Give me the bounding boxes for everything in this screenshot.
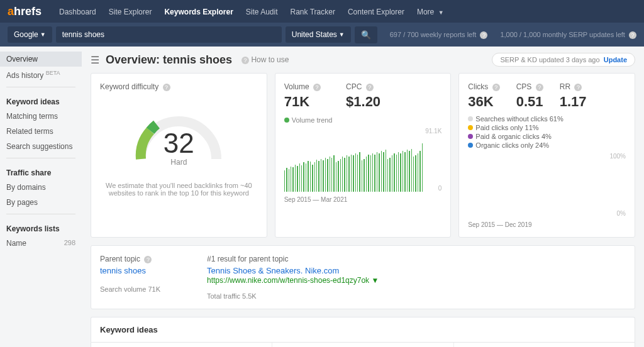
keyword-ideas-body: Terms match ?tennis shoes71Knike tennis … <box>91 342 635 347</box>
sidebar-item[interactable]: Overview <box>0 52 82 67</box>
clicks-chart: 100% 0% Sep 2015 — Dec 2019 <box>468 153 626 228</box>
cpc-value: $1.20 <box>346 94 380 110</box>
ideas-column: Also rank for ?tennis shoes71Knike tenni… <box>454 343 635 347</box>
sidebar-item[interactable]: Name298 <box>0 236 82 251</box>
country-select[interactable]: United States▼ <box>286 26 351 43</box>
ideas-column: Questions ?how to wash tennis shoes3.5Kh… <box>272 343 453 347</box>
parent-result-url-link[interactable]: https://www.nike.com/w/tennis-shoes-ed1q… <box>207 276 379 285</box>
help-icon[interactable]: ? <box>536 84 543 91</box>
nav-link[interactable]: More ▼ <box>417 8 444 16</box>
help-icon[interactable]: ? <box>366 84 374 91</box>
legend-item: Searches without clicks 61% <box>468 115 626 123</box>
chevron-down-icon: ▼ <box>40 31 46 38</box>
sidebar-item[interactable]: Matching terms <box>0 109 82 124</box>
parent-sv: Search volume 71K <box>100 285 207 293</box>
nav-link[interactable]: Dashboard <box>59 8 96 16</box>
legend-item: Paid & organic clicks 4% <box>468 133 626 140</box>
volume-card: Volume ?71K CPC ?$1.20 Volume trend 91.1… <box>275 73 452 238</box>
legend-item: Paid clicks only 11% <box>468 124 626 131</box>
logo[interactable]: ahrefs <box>8 5 42 18</box>
serp-update-pill: SERP & KD updated 3 days ago Update <box>492 53 635 67</box>
volume-trend-chart: 91.1K 0 Sep 2015 — Mar 2021 <box>284 128 442 203</box>
help-icon[interactable]: ? <box>144 256 152 263</box>
kd-label: Keyword difficulty ? <box>100 82 258 91</box>
help-icon[interactable]: ? <box>574 84 582 91</box>
sidebar-heading: Traffic share <box>0 162 82 180</box>
parent-traffic: Total traffic 5.5K <box>207 292 379 300</box>
weekly-reports-stat: 697 / 700 weekly reports left ? <box>390 31 488 39</box>
main-content: ☰ Overview: tennis shoes ? How to use SE… <box>82 47 644 347</box>
clicks-card: Clicks ?36K CPS ?0.51 RR ?1.17 Searches … <box>458 73 635 238</box>
parent-topic-link[interactable]: tennis shoes <box>100 266 146 275</box>
help-icon: ? <box>242 57 249 64</box>
monthly-updates-stat: 1,000 / 1,000 monthly SERP updates left … <box>500 31 636 39</box>
volume-value: 71K <box>284 94 321 110</box>
nav-link[interactable]: Keywords Explorer <box>164 8 233 16</box>
nav-link[interactable]: Site Audit <box>246 8 278 16</box>
sidebar-heading: Keyword ideas <box>0 91 82 109</box>
keyword-ideas-heading: Keyword ideas <box>91 317 635 342</box>
keyword-input[interactable]: tennis shoes <box>56 26 282 43</box>
kd-level: Hard <box>170 158 187 167</box>
sidebar: OverviewAds history BETAKeyword ideasMat… <box>0 47 82 347</box>
kd-value: 32 <box>164 128 194 159</box>
help-icon[interactable]: ? <box>492 84 500 91</box>
nav-link[interactable]: Site Explorer <box>109 8 152 16</box>
page-title: Overview: tennis shoes <box>106 53 232 67</box>
nav-link[interactable]: Content Explorer <box>348 8 404 16</box>
sidebar-item[interactable]: Related terms <box>0 124 82 139</box>
chevron-down-icon: ▼ <box>339 31 345 38</box>
help-icon[interactable]: ? <box>163 84 170 91</box>
top-nav: ahrefs DashboardSite ExplorerKeywords Ex… <box>0 0 644 23</box>
sidebar-item[interactable]: By domains <box>0 180 82 195</box>
clicks-value: 36K <box>468 94 499 110</box>
cps-value: 0.51 <box>516 94 543 110</box>
search-button[interactable]: 🔍 <box>355 26 377 43</box>
keyword-difficulty-card: Keyword difficulty ? 32 Hard We estimate… <box>91 73 267 238</box>
parent-result-title-link[interactable]: Tennis Shoes & Sneakers. Nike.com <box>207 266 339 275</box>
sidebar-item[interactable]: Ads history BETA <box>0 67 82 83</box>
dot-icon <box>284 118 289 123</box>
help-icon[interactable]: ? <box>313 84 321 91</box>
search-engine-select[interactable]: Google▼ <box>8 26 52 43</box>
sidebar-heading: Keywords lists <box>0 218 82 236</box>
ideas-column: Terms match ?tennis shoes71Knike tennis … <box>91 343 272 347</box>
parent-topic-card: Parent topic ? tennis shoes Search volum… <box>91 245 635 309</box>
sidebar-item[interactable]: By pages <box>0 195 82 210</box>
menu-icon[interactable]: ☰ <box>91 54 99 66</box>
rr-value: 1.17 <box>560 94 587 110</box>
nav-link[interactable]: Rank Tracker <box>291 8 335 16</box>
search-bar: Google▼ tennis shoes United States▼ 🔍 69… <box>0 23 644 47</box>
help-icon[interactable]: ? <box>480 31 487 39</box>
kd-note: We estimate that you'll need backlinks f… <box>100 182 258 197</box>
legend-item: Organic clicks only 24% <box>468 141 626 149</box>
help-icon[interactable]: ? <box>629 31 636 39</box>
how-to-use-link[interactable]: ? How to use <box>240 55 289 64</box>
sidebar-item[interactable]: Search suggestions <box>0 139 82 154</box>
update-button[interactable]: Update <box>604 56 627 63</box>
